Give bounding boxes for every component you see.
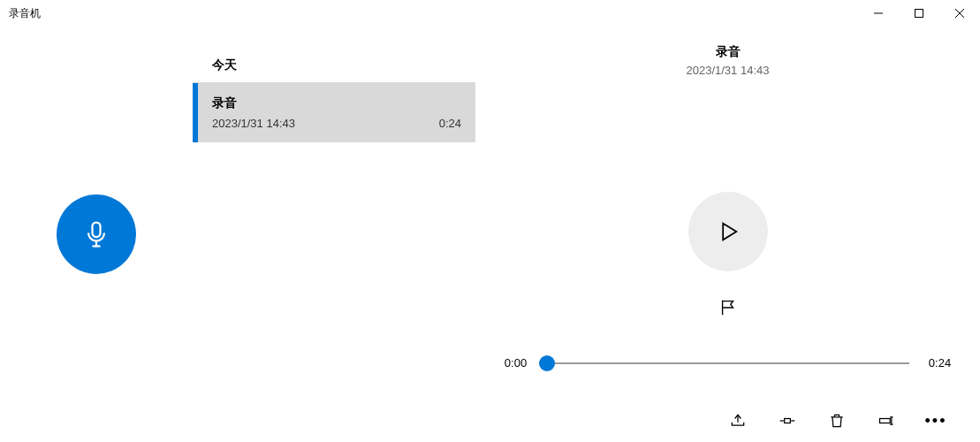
delete-icon [828, 412, 846, 430]
list-item-body: 录音 2023/1/31 14:43 0:24 [198, 83, 475, 142]
more-icon: ••• [925, 412, 947, 431]
play-button[interactable] [688, 192, 768, 271]
timeline: 0:00 0:24 [503, 356, 953, 370]
more-button[interactable]: ••• [925, 410, 946, 431]
total-time: 0:24 [927, 356, 953, 370]
recording-meta: 2023/1/31 14:43 0:24 [212, 117, 461, 130]
svg-rect-4 [93, 223, 101, 238]
player-title: 录音 [716, 44, 741, 60]
section-header: 今天 [193, 49, 475, 83]
recordings-list: 今天 录音 2023/1/31 14:43 0:24 [193, 27, 475, 442]
player-toolbar: ••• [475, 410, 980, 431]
trim-icon [779, 412, 796, 430]
svg-rect-12 [785, 419, 791, 423]
recording-duration: 0:24 [439, 117, 461, 130]
main: 今天 录音 2023/1/31 14:43 0:24 录音 2023/1/31 … [0, 27, 980, 442]
sidebar [0, 27, 193, 442]
share-icon [729, 412, 747, 430]
maximize-icon [915, 9, 923, 18]
progress-thumb[interactable] [539, 355, 555, 371]
rename-icon [877, 412, 895, 430]
maximize-button[interactable] [899, 0, 939, 27]
delete-button[interactable] [826, 410, 847, 431]
close-icon [955, 9, 964, 18]
window-controls [858, 0, 980, 27]
svg-marker-7 [723, 224, 736, 240]
titlebar: 录音机 [0, 0, 980, 27]
current-time: 0:00 [503, 356, 529, 370]
minimize-button[interactable] [858, 0, 899, 27]
player-date: 2023/1/31 14:43 [687, 64, 770, 77]
marker-button[interactable] [718, 298, 738, 321]
flag-icon [718, 298, 738, 317]
play-icon [716, 219, 741, 244]
rename-button[interactable] [876, 410, 897, 431]
close-button[interactable] [939, 0, 980, 27]
trim-button[interactable] [777, 410, 798, 431]
progress-track[interactable] [547, 362, 909, 364]
svg-rect-1 [915, 10, 923, 18]
mic-icon [80, 218, 112, 250]
svg-rect-13 [880, 419, 891, 423]
player-panel: 录音 2023/1/31 14:43 0:00 0:24 [475, 27, 980, 442]
record-button[interactable] [57, 194, 136, 274]
share-button[interactable] [727, 410, 748, 431]
list-item[interactable]: 录音 2023/1/31 14:43 0:24 [193, 83, 475, 142]
minimize-icon [874, 9, 883, 18]
window-title: 录音机 [9, 6, 41, 21]
recording-date: 2023/1/31 14:43 [212, 117, 295, 130]
recording-title: 录音 [212, 95, 461, 111]
